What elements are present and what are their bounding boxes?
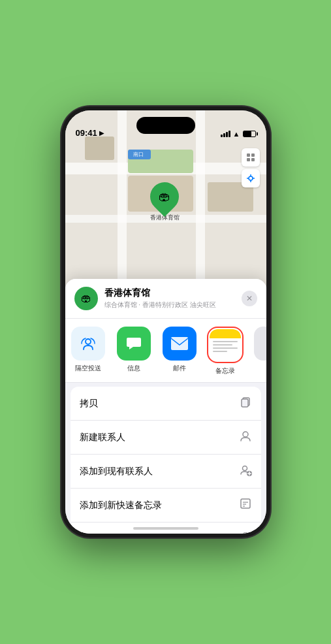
svg-rect-0 — [247, 153, 250, 157]
share-more[interactable]: 提 — [248, 327, 266, 373]
action-new-contact[interactable]: 新建联系人 — [71, 421, 261, 455]
mail-label: 邮件 — [173, 364, 186, 373]
more-icon — [254, 327, 266, 361]
wifi-icon: ▲ — [233, 130, 240, 138]
messages-label: 信息 — [127, 364, 140, 373]
action-list: 拷贝 新建联系人 — [71, 387, 261, 534]
notes-label: 备忘录 — [215, 366, 235, 376]
notes-icon — [210, 329, 241, 361]
home-indicator — [133, 527, 198, 530]
svg-rect-10 — [171, 337, 188, 350]
svg-rect-23 — [244, 533, 247, 534]
svg-rect-18 — [241, 499, 250, 508]
action-copy[interactable]: 拷贝 — [71, 387, 261, 421]
svg-rect-12 — [242, 399, 248, 407]
quick-note-icon — [239, 497, 252, 513]
action-add-quick-note[interactable]: 添加到新快速备忘录 — [71, 489, 261, 523]
bottom-sheet: 🏟 香港体育馆 综合体育馆 · 香港特别行政区 油尖旺区 ✕ — [65, 279, 266, 534]
share-row: 隔空投送 信息 — [65, 319, 266, 383]
battery-icon — [243, 131, 256, 137]
location-name: 香港体育馆 — [104, 287, 235, 299]
share-mail[interactable]: 邮件 — [157, 327, 202, 373]
action-add-to-contact[interactable]: 添加到现有联系人 — [71, 455, 261, 489]
add-contact-icon — [239, 463, 252, 479]
action-new-contact-label: 新建联系人 — [80, 432, 125, 443]
svg-point-4 — [249, 176, 253, 180]
svg-point-9 — [86, 339, 91, 344]
status-time: 09:41 — [76, 128, 97, 138]
share-messages[interactable]: 信息 — [111, 327, 157, 373]
svg-rect-2 — [247, 158, 250, 161]
share-notes[interactable]: 备忘录 — [202, 327, 248, 376]
signal-icon — [221, 131, 230, 137]
messages-icon — [117, 327, 151, 361]
action-copy-label: 拷贝 — [80, 398, 98, 410]
pin-emoji: 🏟 — [159, 190, 170, 204]
print-icon — [239, 531, 252, 534]
svg-point-13 — [243, 432, 248, 437]
pin-circle: 🏟 — [144, 176, 185, 217]
notes-highlight-border — [207, 327, 244, 363]
location-venue-icon: 🏟 — [74, 287, 98, 310]
svg-rect-1 — [251, 153, 255, 157]
phone-screen: 09:41 ▶ ▲ — [65, 110, 266, 534]
location-info: 香港体育馆 综合体育馆 · 香港特别行政区 油尖旺区 — [104, 287, 235, 310]
location-icon: ▶ — [99, 129, 104, 137]
mail-icon — [163, 327, 197, 361]
location-description: 综合体育馆 · 香港特别行政区 油尖旺区 — [104, 300, 235, 310]
map-label: 南口 — [128, 150, 151, 159]
svg-point-14 — [242, 466, 247, 471]
share-airdrop[interactable]: 隔空投送 — [65, 327, 111, 373]
airdrop-label: 隔空投送 — [75, 364, 101, 373]
action-add-contact-label: 添加到现有联系人 — [80, 466, 153, 477]
action-quick-note-label: 添加到新快速备忘录 — [80, 500, 162, 511]
airdrop-icon — [71, 327, 105, 361]
map-type-button[interactable] — [242, 148, 260, 167]
map-controls — [242, 148, 260, 190]
action-print-label: 打印 — [80, 534, 98, 534]
map-pin: 🏟 香港体育馆 — [150, 182, 180, 222]
phone-frame: 09:41 ▶ ▲ — [61, 106, 270, 538]
status-icons: ▲ — [221, 130, 256, 138]
copy-icon — [239, 395, 252, 411]
location-header: 🏟 香港体育馆 综合体育馆 · 香港特别行政区 油尖旺区 ✕ — [65, 279, 266, 319]
new-contact-icon — [239, 429, 252, 445]
close-icon: ✕ — [246, 294, 253, 303]
close-button[interactable]: ✕ — [242, 291, 257, 306]
svg-rect-3 — [251, 158, 255, 161]
dynamic-island — [136, 117, 195, 134]
location-button[interactable] — [242, 169, 260, 187]
